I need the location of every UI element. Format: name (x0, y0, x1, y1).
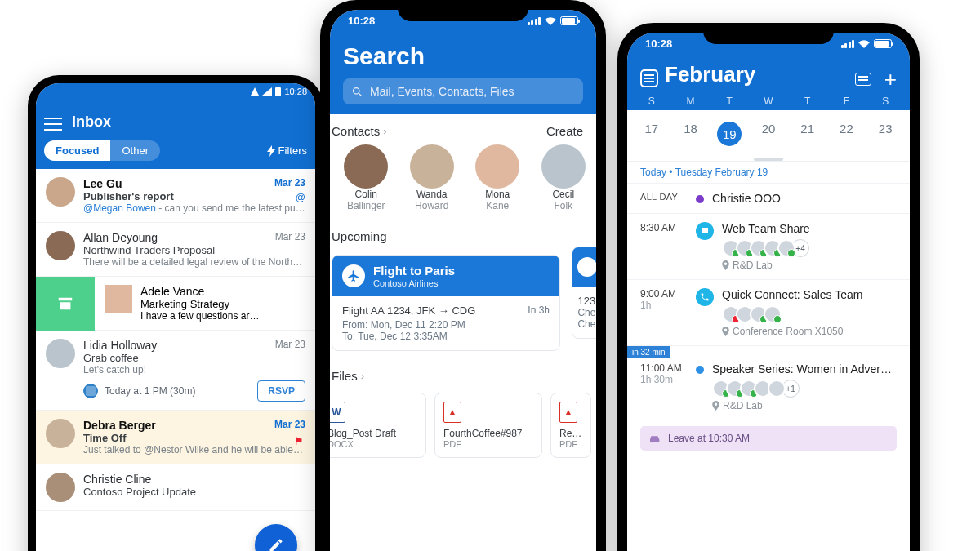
avatar (46, 231, 75, 260)
pdf-file-icon: ▲ (559, 402, 577, 423)
email-sender: Adele Vance (140, 285, 305, 298)
email-preview: There will be a detailed legal review of… (83, 256, 305, 268)
event-title: Web Team Share (722, 222, 897, 235)
tab-focused[interactable]: Focused (44, 140, 110, 161)
avatar (46, 177, 75, 207)
email-date: Mar 23 (274, 419, 305, 430)
email-preview: I have a few questions ar… (140, 310, 305, 322)
email-sender: Lidia Holloway (83, 339, 305, 352)
chevron-right-icon: › (383, 125, 386, 137)
meeting-time: Today at 1 PM (30m) (105, 385, 195, 397)
rsvp-button[interactable]: RSVP (257, 380, 305, 402)
email-list: Lee Gu Publisher's report @Megan Bowen -… (36, 169, 315, 511)
calendar-month[interactable]: February (665, 62, 755, 87)
calendar-event[interactable]: in 32 min 11:00 AM1h 30m Speaker Series:… (627, 345, 910, 420)
upcoming-flight-card[interactable]: Flight to ParisContoso Airlines Flight A… (332, 255, 560, 351)
add-event-button[interactable]: + (884, 71, 897, 87)
contact-card[interactable]: CecilFolk (531, 144, 597, 211)
avatar (46, 419, 75, 448)
menu-icon[interactable] (44, 118, 62, 131)
email-row[interactable]: Lee Gu Publisher's report @Megan Bowen -… (36, 169, 315, 223)
event-location: R&D Lab (712, 400, 897, 411)
day-cell[interactable]: 18 (671, 117, 710, 151)
upcoming-card-peek[interactable]: 123CheChe (572, 247, 596, 339)
file-name: Re… (559, 428, 582, 439)
email-preview: @Megan Bowen - can you send me the lates… (83, 202, 305, 214)
avatar (105, 285, 132, 313)
battery-icon (874, 39, 892, 48)
wifi-icon (545, 17, 556, 25)
weekday-header: SMTWTFS (627, 96, 910, 110)
leave-now-bar[interactable]: Leave at 10:30 AM (640, 426, 897, 451)
email-subject: Publisher's report (83, 190, 305, 202)
calendar-event[interactable]: ALL DAY Christie OOO (627, 183, 910, 213)
file-type: DOCX (330, 439, 417, 449)
flight-countdown: In 3h (528, 304, 550, 316)
file-card[interactable]: W Blog_Post Draft DOCX (330, 393, 426, 458)
contact-card[interactable]: MonaKane (465, 144, 531, 211)
inbox-tabs: Focused Other Filters (36, 136, 315, 169)
file-type: PDF (443, 439, 533, 449)
svg-point-2 (354, 87, 360, 94)
archive-icon[interactable] (36, 277, 95, 331)
status-time: 10:28 (645, 38, 672, 50)
phone-ios-search: 10:28 Search Mail, Events, Contacts, Fil… (320, 0, 606, 551)
filters-button[interactable]: Filters (267, 144, 307, 157)
email-sender: Lee Gu (83, 177, 305, 190)
svg-rect-0 (275, 87, 281, 96)
calendar-view-icon[interactable] (640, 69, 658, 87)
phone-ios-calendar: 10:28 February + SMTWTFS 17 18 19 20 21 … (617, 23, 920, 551)
compose-fab[interactable] (255, 524, 297, 551)
event-dot-icon (696, 366, 704, 374)
phone-icon (696, 288, 714, 306)
day-cell[interactable]: 23 (866, 117, 905, 151)
contacts-section: Contacts› Create ColinBallinger WandaHow… (330, 114, 596, 215)
email-row[interactable]: Lidia Holloway Grab coffee Let's catch u… (36, 331, 315, 411)
event-time: 8:30 AM (640, 222, 688, 233)
plane-icon (342, 264, 365, 287)
event-time: 9:00 AM (640, 288, 688, 300)
location-pin-icon (712, 401, 719, 411)
email-row[interactable]: Debra Berger Time Off Just talked to @Ne… (36, 411, 315, 464)
email-date: Mar 23 (275, 339, 305, 350)
email-sender: Christie Cline (83, 473, 305, 486)
pdf-file-icon: ▲ (443, 402, 461, 423)
avatar (46, 473, 75, 502)
search-input[interactable]: Mail, Events, Contacts, Files (343, 78, 583, 104)
email-subject: Time Off (83, 432, 305, 444)
today-label: Today • Tuesday February 19 (627, 161, 910, 183)
email-row[interactable]: Christie Cline Contoso Project Update (36, 464, 315, 511)
email-row[interactable]: Allan Deyoung Northwind Traders Proposal… (36, 223, 315, 277)
android-status-bar: 10:28 (251, 87, 307, 96)
day-cell[interactable]: 22 (827, 117, 866, 151)
attendee-avatars: +1 (712, 380, 897, 398)
calendar-event[interactable]: 9:00 AM1h Quick Connect: Sales Team Conf… (627, 279, 910, 345)
create-contact-button[interactable]: Create (546, 124, 583, 138)
day-cell-selected[interactable]: 19 (710, 117, 749, 151)
section-title[interactable]: Contacts (332, 124, 380, 138)
email-subject: Grab coffee (83, 352, 305, 364)
day-cell[interactable]: 21 (788, 117, 827, 151)
day-cell[interactable]: 20 (749, 117, 788, 151)
file-type: PDF (559, 439, 582, 449)
calendar-dot-icon (83, 384, 98, 398)
file-name: FourthCoffee#987 (443, 428, 533, 439)
flight-route: Flight AA 1234, JFK → CDG (342, 304, 550, 317)
email-row-swiped[interactable]: Adele Vance Marketing Strategy I have a … (36, 277, 315, 331)
section-title[interactable]: Files (332, 369, 358, 383)
email-subject: Northwind Traders Proposal (83, 244, 305, 256)
leave-time: Leave at 10:30 AM (668, 433, 750, 444)
contact-card[interactable]: ColinBallinger (343, 144, 399, 211)
event-title: Speaker Series: Women in Adver… (712, 362, 897, 375)
agenda-view-icon[interactable] (855, 73, 871, 86)
day-cell[interactable]: 17 (632, 117, 671, 151)
attendee-avatars: +4 (722, 239, 897, 257)
avatar (46, 339, 75, 368)
tab-other[interactable]: Other (110, 140, 160, 161)
signal-icon (528, 17, 541, 25)
search-title: Search (343, 42, 583, 70)
contact-card[interactable]: WandaHoward (399, 144, 466, 211)
file-card[interactable]: ▲ Re… PDF (550, 393, 591, 458)
file-card[interactable]: ▲ FourthCoffee#987 PDF (434, 393, 542, 458)
calendar-event[interactable]: 8:30 AM Web Team Share +4 R&D Lab (627, 213, 910, 279)
